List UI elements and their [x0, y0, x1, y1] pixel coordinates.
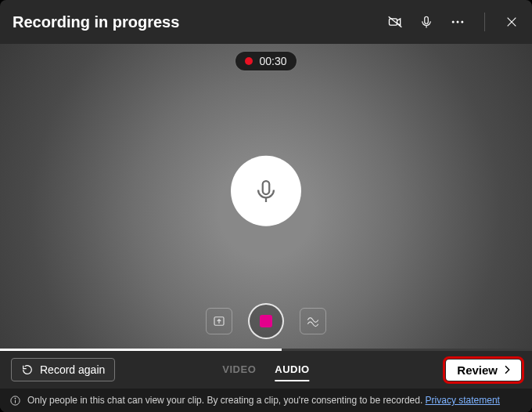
- info-icon: [9, 395, 21, 407]
- titlebar-divider: [484, 13, 485, 31]
- footer-message: Only people in this chat can view your c…: [27, 395, 426, 406]
- microphone-icon[interactable]: [419, 14, 434, 30]
- record-again-button[interactable]: Record again: [11, 358, 115, 381]
- recording-stage: 00:30: [0, 44, 532, 349]
- svg-rect-2: [425, 16, 429, 23]
- upload-button[interactable]: [206, 308, 232, 334]
- footer-bar: Only people in this chat can view your c…: [0, 389, 532, 412]
- chevron-right-icon: [501, 363, 513, 376]
- review-button[interactable]: Review: [446, 360, 521, 381]
- privacy-link[interactable]: Privacy statement: [426, 395, 500, 406]
- mic-visual: [231, 155, 301, 226]
- titlebar-actions: [387, 13, 519, 31]
- upload-icon: [212, 314, 226, 328]
- footer-text: Only people in this chat can view your c…: [27, 395, 500, 406]
- bottom-bar: Record again VIDEO AUDIO Review: [0, 351, 532, 389]
- timer-value: 00:30: [259, 55, 286, 67]
- recording-dot-icon: [245, 57, 253, 65]
- stage-controls: [206, 303, 326, 339]
- more-options-icon[interactable]: [450, 14, 466, 30]
- recording-window: Recording in progress: [0, 0, 532, 412]
- svg-point-4: [452, 21, 455, 23]
- stop-icon: [260, 315, 272, 327]
- refresh-icon: [21, 363, 34, 376]
- svg-point-6: [461, 21, 463, 23]
- microphone-large-icon: [253, 177, 279, 204]
- svg-point-14: [15, 398, 16, 399]
- svg-rect-9: [263, 181, 270, 194]
- recording-timer: 00:30: [235, 52, 296, 70]
- tab-video[interactable]: VIDEO: [222, 359, 256, 381]
- camera-off-icon[interactable]: [387, 14, 403, 30]
- record-again-label: Record again: [40, 363, 105, 376]
- title-bar: Recording in progress: [0, 0, 532, 44]
- background-effects-button[interactable]: [300, 308, 326, 334]
- stop-recording-button[interactable]: [248, 303, 284, 339]
- tab-audio[interactable]: AUDIO: [275, 359, 309, 381]
- svg-point-5: [457, 21, 459, 23]
- close-icon[interactable]: [504, 14, 519, 30]
- mode-tabs: VIDEO AUDIO: [222, 359, 309, 381]
- window-title: Recording in progress: [13, 13, 387, 31]
- effects-icon: [306, 314, 320, 328]
- review-label: Review: [457, 363, 498, 377]
